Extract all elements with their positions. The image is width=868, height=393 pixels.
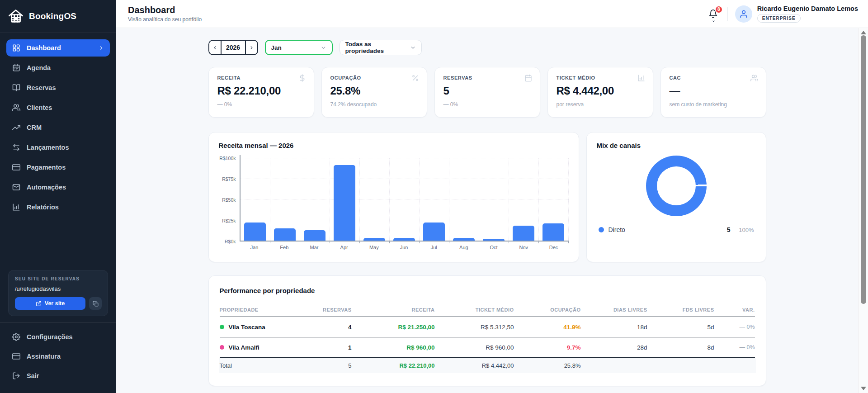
mail-icon (12, 183, 20, 191)
sidebar-item-relatorios[interactable]: Relatórios (6, 199, 110, 216)
bar-slot (420, 158, 449, 241)
table-row[interactable]: Vila Toscana4R$ 21.250,00R$ 5.312,5041.9… (220, 317, 755, 337)
avatar (735, 5, 752, 23)
chevron-right-icon (99, 45, 104, 51)
bar-jun (393, 238, 415, 241)
year-prev-button[interactable] (209, 41, 222, 54)
bar-slot (300, 158, 330, 241)
sidebar-item-automacoes[interactable]: Automações (6, 179, 110, 196)
bar-apr (334, 165, 355, 241)
x-tick-label: Jul (419, 245, 449, 250)
sidebar-item-clientes[interactable]: Clientes (6, 99, 110, 116)
sidebar-item-pagamentos[interactable]: Pagamentos (6, 159, 110, 176)
donut-hole (657, 166, 696, 205)
legend-item-direto: Direto 5 100% (597, 226, 756, 233)
sidebar-item-lancamentos[interactable]: Lançamentos (6, 139, 110, 156)
brand: BookingOS (0, 0, 116, 33)
sidebar-item-crm[interactable]: CRM (6, 119, 110, 136)
y-tick-label: R$100k (219, 156, 236, 161)
kpi-card-cac: CAC — sem custo de marketing (660, 67, 766, 118)
column-header: DIAS LIVRES (581, 307, 647, 313)
kpi-label: RECEITA (217, 75, 305, 80)
legend-percent: 100% (731, 227, 754, 233)
month-select[interactable]: Jan (265, 40, 333, 55)
column-header: PROPRIEDADE (220, 307, 297, 313)
cell-ocupacao: 41.9% (514, 324, 581, 331)
channel-mix-card: Mix de canais Direto 5 100% (586, 132, 766, 262)
bar-slot (449, 158, 479, 241)
percent-icon (411, 74, 419, 82)
cell-total-reservas: 5 (297, 362, 352, 369)
cell-variacao: — 0% (714, 324, 755, 330)
sidebar-item-label: Dashboard (27, 44, 61, 52)
gear-icon (12, 333, 20, 341)
y-tick-label: R$50k (222, 197, 236, 203)
bar-may (363, 238, 385, 241)
site-url: /u/refugiodasvilas (15, 285, 102, 292)
kpi-value: R$ 4.442,00 (557, 85, 644, 97)
kpi-card-ticket-medio: TICKET MÉDIO R$ 4.442,00 por reserva (547, 67, 653, 118)
trending-up-icon (12, 123, 20, 132)
sidebar-item-label: Lançamentos (27, 144, 69, 151)
kpi-card-receita: RECEITA R$ 22.210,00 — 0% (208, 67, 314, 118)
x-tick-label: Dec (538, 245, 568, 250)
property-performance-card: Performance por propriedade PROPRIEDADE … (208, 275, 766, 386)
legend-dot (599, 227, 604, 232)
plan-badge: ENTERPRISE (757, 14, 801, 23)
scrollbar (858, 28, 868, 393)
notifications-button[interactable]: 8 (707, 7, 720, 21)
bar-slot (539, 158, 569, 241)
y-tick-label: R$25k (222, 218, 236, 223)
cell-ticket-medio: R$ 960,00 (435, 344, 514, 351)
x-tick-label: May (359, 245, 389, 250)
column-header: RECEITA (352, 307, 435, 313)
sidebar-item-agenda[interactable]: Agenda (6, 59, 110, 76)
bar-slot (360, 158, 390, 241)
scroll-up-arrow[interactable] (861, 31, 866, 34)
copy-url-button[interactable] (89, 297, 102, 310)
column-header: OCUPAÇÃO (514, 307, 581, 313)
bar-aug (453, 238, 475, 241)
booking-site-card: SEU SITE DE RESERVAS /u/refugiodasvilas … (8, 270, 108, 316)
year-next-button[interactable] (245, 41, 257, 54)
view-site-button[interactable]: Ver site (15, 297, 85, 310)
users-icon (12, 104, 20, 112)
year-stepper: 2026 (208, 40, 258, 55)
year-value: 2026 (222, 41, 245, 54)
x-tick-label: Feb (269, 245, 299, 250)
cell-reservas: 4 (297, 324, 352, 331)
bar-oct (483, 239, 505, 241)
table-row[interactable]: Vila Amalfi1R$ 960,00R$ 960,009.7%28d8d—… (220, 337, 755, 358)
cell-dias-livres: 28d (581, 344, 647, 351)
sidebar-item-label: Assinatura (27, 353, 61, 360)
chart-title: Mix de canais (597, 142, 756, 149)
cell-reservas: 1 (297, 344, 352, 351)
sidebar-item-sair[interactable]: Sair (6, 367, 110, 384)
divider (727, 7, 728, 21)
kpi-value: 5 (443, 85, 531, 97)
bar-slot (479, 158, 509, 241)
sidebar-item-assinatura[interactable]: Assinatura (6, 348, 110, 365)
bar-mar (304, 230, 326, 241)
property-dot (220, 345, 224, 350)
scrollbar-thumb[interactable] (861, 35, 866, 304)
table-title: Performance por propriedade (220, 287, 755, 294)
sidebar-item-configuracoes[interactable]: Configurações (6, 328, 110, 346)
credit-card-icon (12, 163, 20, 171)
sidebar-item-reservas[interactable]: Reservas (6, 79, 110, 96)
bar-chart-icon (12, 203, 20, 211)
cell-fds-livres: 8d (647, 344, 714, 351)
filter-bar: 2026 Jan Todas as propriedades (208, 40, 766, 55)
month-select-value: Jan (271, 44, 282, 51)
user-menu[interactable]: Ricardo Eugenio Damato Lemos ENTERPRISE (735, 5, 858, 23)
kpi-card-reservas: RESERVAS 5 — 0% (434, 67, 540, 118)
scroll-down-arrow[interactable] (861, 387, 866, 390)
bar-chart-icon (637, 74, 645, 82)
sidebar-item-label: Relatórios (27, 204, 59, 211)
user-name: Ricardo Eugenio Damato Lemos (757, 5, 858, 12)
chart-title: Receita mensal — 2026 (219, 142, 569, 149)
property-select[interactable]: Todas as propriedades (340, 40, 422, 55)
kpi-label: OCUPAÇÃO (330, 75, 418, 80)
sidebar-item-dashboard[interactable]: Dashboard (6, 39, 110, 57)
column-header: FDS LIVRES (647, 307, 714, 313)
